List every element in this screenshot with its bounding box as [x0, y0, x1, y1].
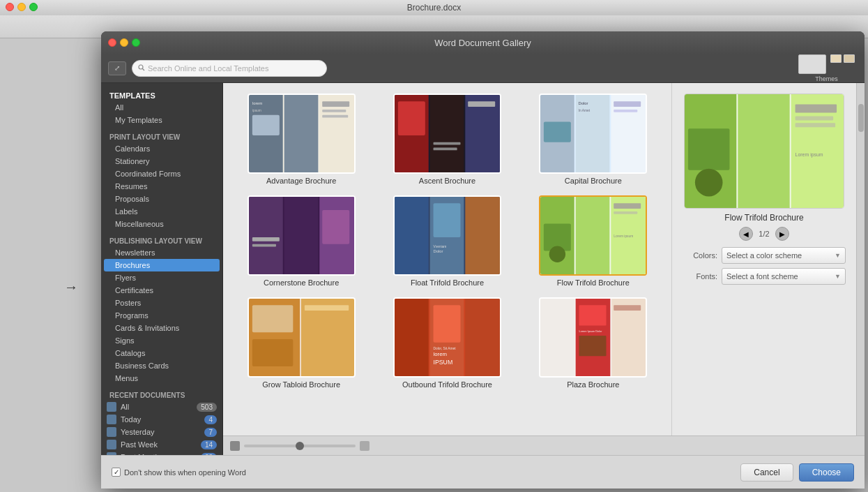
svg-rect-4: [284, 94, 318, 172]
sidebar-item-stationery[interactable]: Stationery: [101, 155, 222, 167]
dialog-close-button[interactable]: [108, 38, 116, 47]
recent-item-today[interactable]: Today 4: [101, 413, 222, 426]
sidebar-section-title: TEMPLATES: [101, 89, 222, 101]
svg-rect-14: [430, 94, 464, 172]
template-item-float[interactable]: Vveniam Dolor Float Trifold Brochure: [379, 195, 515, 287]
svg-point-0: [139, 65, 143, 69]
recent-item-yesterday[interactable]: Yesterday 7: [101, 426, 222, 438]
vertical-scrollbar[interactable]: [856, 83, 865, 435]
dialog-bottom: ✓ Don't show this when opening Word Canc…: [101, 455, 865, 489]
recent-item-past-week[interactable]: Past Week 14: [101, 438, 222, 451]
svg-rect-70: [579, 305, 607, 325]
recent-yesterday-label: Yesterday: [121, 428, 155, 436]
template-thumb-capital[interactable]: Dolor In Amet: [539, 94, 647, 174]
template-item-ascent[interactable]: Ascent Brochure: [379, 94, 515, 185]
fonts-label: Fonts:: [683, 272, 717, 281]
template-item-outbound[interactable]: Dolor, Sit Amet lorem IPSUM Outbound Tri…: [379, 297, 515, 389]
minimize-button[interactable]: [17, 3, 26, 11]
svg-rect-49: [614, 203, 641, 209]
template-item-capital[interactable]: Dolor In Amet Capital Brochure: [526, 94, 661, 185]
close-button[interactable]: [6, 3, 14, 11]
dialog-zoom-button[interactable]: [132, 38, 140, 47]
sidebar-item-newsletters[interactable]: Newsletters: [101, 246, 222, 259]
sidebar-item-business-cards[interactable]: Business Cards: [101, 359, 222, 372]
sidebar-item-cards-invitations[interactable]: Cards & Invitations: [101, 322, 222, 334]
svg-rect-22: [576, 94, 610, 172]
sidebar-item-posters[interactable]: Posters: [101, 297, 222, 309]
svg-text:In Amet: In Amet: [579, 109, 591, 112]
template-thumb-cornerstone[interactable]: [248, 195, 356, 276]
svg-rect-27: [614, 101, 641, 107]
template-thumb-ascent[interactable]: [393, 94, 501, 174]
template-thumb-grow[interactable]: [248, 297, 356, 378]
sidebar-item-calendars[interactable]: Calendars: [101, 142, 222, 155]
zoom-slider[interactable]: [244, 445, 356, 447]
zoom-out-icon[interactable]: [230, 441, 240, 451]
theme-aa-button[interactable]: [830, 54, 842, 63]
print-layout-section: Print Layout View Calendars Stationery C…: [101, 131, 222, 230]
fullscreen-button[interactable]: ⤢: [108, 61, 126, 75]
sidebar-item-my-templates[interactable]: My Templates: [101, 114, 222, 126]
sidebar-item-resumes[interactable]: Resumes: [101, 180, 222, 193]
zoom-thumb[interactable]: [296, 442, 304, 450]
dialog-traffic-lights[interactable]: [108, 38, 140, 47]
dont-show-checkbox[interactable]: ✓: [112, 468, 121, 477]
sidebar-item-brochures[interactable]: Brochures: [104, 259, 220, 271]
prev-page-button[interactable]: ◀: [739, 227, 753, 241]
recent-item-all[interactable]: All 503: [101, 401, 222, 413]
svg-rect-72: [579, 336, 607, 356]
sidebar-item-certificates[interactable]: Certificates: [101, 284, 222, 297]
color-scheme-select[interactable]: Select a color scheme ▼: [722, 247, 846, 264]
template-thumb-plaza[interactable]: Lorem Ipsum Dolor: [539, 297, 647, 378]
sidebar-item-proposals[interactable]: Proposals: [101, 193, 222, 205]
sidebar-item-miscellaneous[interactable]: Miscellaneous: [101, 218, 222, 230]
template-thumb-float[interactable]: Vveniam Dolor: [393, 195, 501, 276]
svg-text:Dolor: Dolor: [434, 249, 443, 253]
choose-button[interactable]: Choose: [799, 463, 854, 482]
svg-rect-78: [688, 128, 729, 170]
svg-point-48: [549, 246, 565, 262]
template-item-cornerstone[interactable]: Cornerstone Brochure: [234, 195, 369, 287]
zoom-in-icon[interactable]: [360, 441, 370, 451]
search-box[interactable]: Search Online and Local Templates: [132, 60, 327, 77]
template-thumb-outbound[interactable]: Dolor, Sit Amet lorem IPSUM: [393, 297, 501, 378]
template-thumb-flow[interactable]: Lorem ipsum: [539, 195, 647, 276]
sidebar-item-flyers[interactable]: Flyers: [101, 271, 222, 284]
sidebar-item-all[interactable]: All: [101, 101, 222, 114]
template-thumb-advantage[interactable]: lorem ipsum: [248, 94, 356, 174]
template-float-label: Float Trifold Brochure: [411, 278, 484, 287]
template-item-advantage[interactable]: lorem ipsum Advantage Brochure: [234, 94, 369, 185]
sidebar-item-catalogs[interactable]: Catalogs: [101, 347, 222, 359]
template-item-grow[interactable]: Grow Tabloid Brochure: [234, 297, 369, 389]
dialog-title: Word Document Gallery: [434, 38, 531, 48]
font-scheme-select[interactable]: Select a font scheme ▼: [722, 268, 846, 285]
sidebar-item-programs[interactable]: Programs: [101, 309, 222, 322]
maximize-button[interactable]: [29, 3, 38, 11]
svg-rect-56: [252, 305, 293, 332]
theme-aa-button2[interactable]: [844, 54, 855, 63]
template-item-flow[interactable]: Lorem ipsum Flow Trifold Brochure: [526, 195, 661, 287]
sidebar-item-signs[interactable]: Signs: [101, 334, 222, 347]
template-item-plaza[interactable]: Lorem Ipsum Dolor Plaza Brochure: [526, 297, 661, 389]
recent-docs-section: Recent Documents All 503 Today 4 Yesterd…: [101, 389, 222, 455]
window-traffic-lights[interactable]: [6, 3, 38, 11]
colors-label: Colors:: [683, 251, 717, 260]
svg-rect-80: [795, 105, 837, 113]
svg-rect-31: [284, 196, 318, 274]
sidebar-item-labels[interactable]: Labels: [101, 205, 222, 218]
svg-rect-40: [434, 203, 461, 237]
sidebar-item-coordinated-forms[interactable]: Coordinated Forms: [101, 167, 222, 180]
recent-past-week-icon: [107, 440, 116, 449]
dialog-minimize-button[interactable]: [120, 38, 128, 47]
svg-line-1: [143, 68, 145, 70]
svg-text:IPSUM: IPSUM: [434, 359, 453, 366]
picture-button[interactable]: [798, 54, 826, 74]
dont-show-checkbox-row: ✓ Don't show this when opening Word: [112, 468, 246, 477]
sidebar-item-menus[interactable]: Menus: [101, 372, 222, 385]
scrollbar-thumb[interactable]: [858, 104, 864, 132]
color-scheme-placeholder: Select a color scheme: [726, 251, 802, 260]
next-page-button[interactable]: ▶: [775, 227, 789, 241]
cancel-button[interactable]: Cancel: [740, 463, 793, 482]
main-content: lorem ipsum Advantage Brochure: [223, 83, 865, 455]
search-icon: [138, 64, 145, 73]
